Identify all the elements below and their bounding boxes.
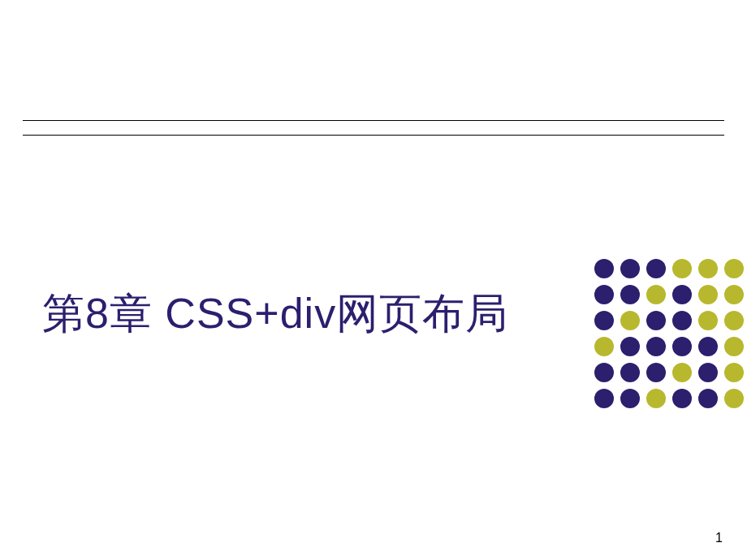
decorative-dot xyxy=(724,337,744,356)
divider-line-top xyxy=(23,120,724,121)
decorative-dot xyxy=(646,337,666,356)
decorative-dot xyxy=(620,285,640,304)
decorative-dot-grid xyxy=(591,256,747,411)
decorative-dot xyxy=(594,285,614,304)
decorative-dot xyxy=(672,389,692,408)
decorative-dot xyxy=(672,311,692,330)
decorative-dot xyxy=(594,337,614,356)
decorative-dot xyxy=(724,311,744,330)
decorative-dot xyxy=(646,363,666,382)
decorative-dot xyxy=(724,389,744,408)
decorative-dot xyxy=(620,363,640,382)
decorative-dot xyxy=(620,389,640,408)
decorative-dot xyxy=(724,363,744,382)
decorative-dot xyxy=(594,259,614,278)
decorative-dot xyxy=(698,311,718,330)
decorative-dot xyxy=(672,363,692,382)
decorative-dot xyxy=(698,389,718,408)
decorative-dot xyxy=(646,285,666,304)
decorative-dot xyxy=(672,285,692,304)
decorative-dot xyxy=(646,389,666,408)
decorative-dot xyxy=(672,259,692,278)
decorative-dot xyxy=(620,259,640,278)
decorative-dot xyxy=(724,259,744,278)
decorative-dot xyxy=(698,259,718,278)
decorative-dot xyxy=(646,259,666,278)
decorative-dot xyxy=(594,389,614,408)
decorative-dot xyxy=(594,363,614,382)
page-number: 1 xyxy=(715,531,723,545)
decorative-dot xyxy=(698,363,718,382)
decorative-dot xyxy=(620,337,640,356)
decorative-dot xyxy=(724,285,744,304)
divider-line-bottom xyxy=(23,135,724,136)
decorative-dot xyxy=(672,337,692,356)
decorative-dot xyxy=(594,311,614,330)
decorative-dot xyxy=(698,285,718,304)
decorative-dot xyxy=(620,311,640,330)
decorative-dot xyxy=(646,311,666,330)
decorative-dot xyxy=(698,337,718,356)
slide-title: 第8章 CSS+div网页布局 xyxy=(42,286,508,342)
